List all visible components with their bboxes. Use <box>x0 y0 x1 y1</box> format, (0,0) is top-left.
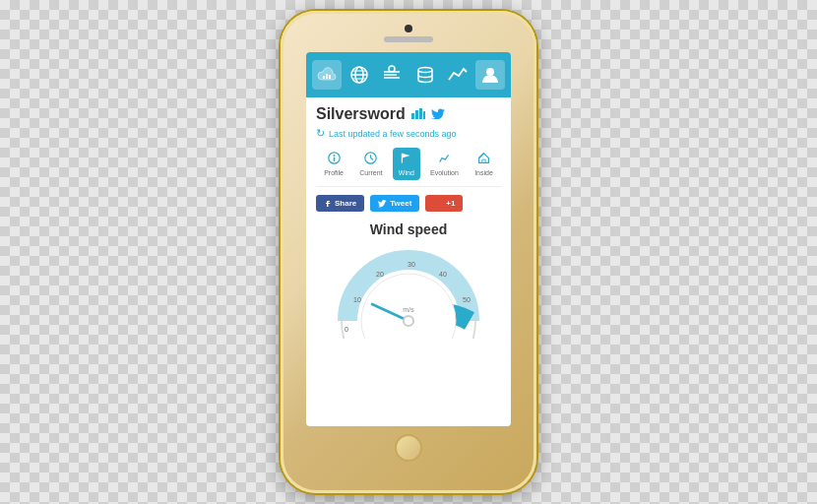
svg-text:0: 0 <box>345 326 348 333</box>
svg-text:50: 50 <box>463 296 471 303</box>
svg-rect-0 <box>323 76 325 79</box>
svg-point-13 <box>486 68 494 76</box>
home-button[interactable] <box>395 434 422 462</box>
tab-current[interactable]: Current <box>353 148 388 180</box>
phone-bottom <box>281 426 536 477</box>
clock-icon <box>364 152 377 167</box>
speedometer-container: 0 10 20 30 40 50 <box>316 245 501 339</box>
topbar-globe-icon[interactable] <box>345 60 374 90</box>
flag-icon <box>400 152 412 167</box>
topbar-chart-icon[interactable] <box>443 60 472 90</box>
svg-text:20: 20 <box>376 271 384 278</box>
bar-chart-icon <box>411 106 425 122</box>
facebook-share-label: Share <box>335 199 356 208</box>
tab-evolution-label: Evolution <box>430 169 459 176</box>
speedometer-svg: 0 10 20 30 40 50 <box>333 245 485 339</box>
phone-speaker <box>384 36 433 42</box>
svg-marker-25 <box>403 154 410 158</box>
phone-top <box>281 11 536 42</box>
app-topbar <box>306 52 511 97</box>
twitter-icon <box>431 106 445 122</box>
topbar-profile-icon[interactable] <box>475 60 505 90</box>
svg-text:30: 30 <box>408 261 415 268</box>
facebook-share-button[interactable]: Share <box>316 195 364 212</box>
svg-text:10: 10 <box>353 296 361 303</box>
tab-wind-label: Wind <box>399 169 414 176</box>
google-share-button[interactable]: +1 <box>425 195 463 212</box>
phone-camera <box>405 25 412 32</box>
svg-rect-2 <box>329 75 331 79</box>
svg-rect-15 <box>415 110 418 119</box>
house-icon <box>477 152 490 167</box>
svg-rect-1 <box>326 74 328 79</box>
tab-profile[interactable]: Profile <box>318 148 349 180</box>
social-buttons: Share Tweet +1 <box>316 195 501 212</box>
svg-point-20 <box>333 155 335 157</box>
topbar-cloud-icon[interactable] <box>312 60 342 90</box>
svg-rect-16 <box>419 108 422 119</box>
topbar-database-icon[interactable] <box>410 60 440 90</box>
svg-rect-14 <box>411 113 414 119</box>
evolution-chart-icon <box>438 152 451 167</box>
twitter-share-label: Tweet <box>390 199 411 208</box>
svg-text:m/s: m/s <box>403 306 414 313</box>
google-share-label: +1 <box>446 199 455 208</box>
phone-frame: Silversword ↻ Las <box>281 11 536 493</box>
twitter-share-button[interactable]: Tweet <box>370 195 419 212</box>
svg-point-11 <box>389 66 395 72</box>
tab-evolution[interactable]: Evolution <box>424 148 465 180</box>
tab-inside[interactable]: Inside <box>469 148 499 180</box>
nav-tabs: Profile Current <box>316 148 501 187</box>
svg-rect-17 <box>423 111 425 119</box>
svg-point-38 <box>404 316 413 326</box>
tab-profile-label: Profile <box>324 169 344 176</box>
phone-screen: Silversword ↻ Las <box>306 52 511 426</box>
title-row: Silversword <box>316 105 501 123</box>
tab-current-label: Current <box>359 169 382 176</box>
svg-text:40: 40 <box>439 271 447 278</box>
svg-point-12 <box>418 68 432 73</box>
svg-marker-26 <box>479 154 489 163</box>
topbar-wind-icon[interactable] <box>377 60 407 90</box>
app-content: Silversword ↻ Las <box>306 97 511 346</box>
last-updated: ↻ Last updated a few seconds ago <box>316 127 501 140</box>
refresh-icon: ↻ <box>316 127 325 140</box>
svg-line-23 <box>371 158 373 160</box>
tab-wind[interactable]: Wind <box>393 148 420 180</box>
wind-speed-title: Wind speed <box>316 221 501 237</box>
tab-inside-label: Inside <box>474 169 493 176</box>
app-title: Silversword <box>316 105 406 123</box>
svg-rect-19 <box>333 158 335 161</box>
last-updated-text: Last updated a few seconds ago <box>329 129 457 139</box>
info-icon <box>328 152 341 167</box>
